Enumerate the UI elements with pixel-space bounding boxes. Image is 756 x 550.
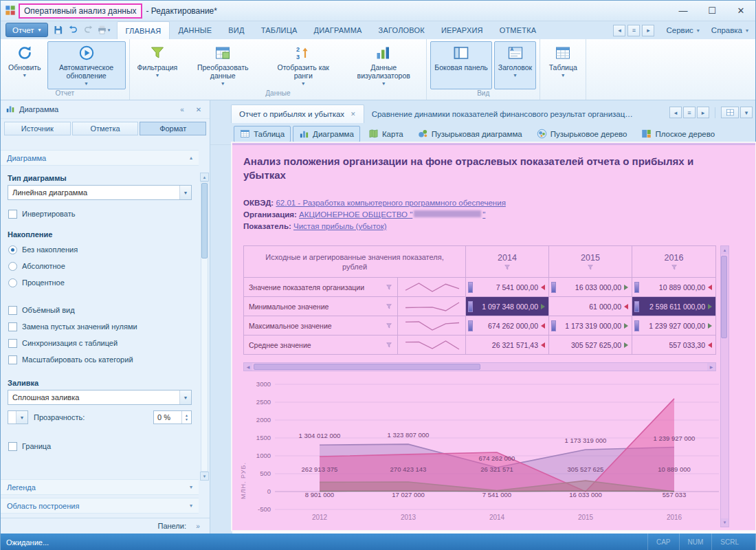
checkbox[interactable] <box>8 355 17 364</box>
ribbon-tab-7[interactable]: ОТМЕТКА <box>491 21 545 39</box>
button-refresh[interactable]: Обновить▼ <box>4 41 45 89</box>
fill-color-select[interactable]: ▼ <box>8 410 28 424</box>
filter-icon[interactable] <box>504 264 511 271</box>
sidebar-tab-отметка[interactable]: Отметка <box>72 122 139 135</box>
undo-button[interactable] <box>66 23 81 37</box>
sidebar-tab-источник[interactable]: Источник <box>4 122 71 135</box>
button-visualizer[interactable]: Данные визуализаторов▼ <box>344 41 423 89</box>
scroll-up-icon[interactable]: ▲ <box>721 246 729 254</box>
report-menu-button[interactable]: Отчет ▾ <box>5 23 48 37</box>
checkbox-invert[interactable]: Инвертировать <box>1 206 199 222</box>
filter-icon[interactable] <box>587 264 594 271</box>
scroll-left-icon[interactable]: ◀ <box>244 363 252 371</box>
scrollbar-thumb[interactable] <box>254 364 480 370</box>
section-plot-area[interactable]: Область построения ▾ <box>1 498 199 514</box>
ribbon-tab-0[interactable]: ГЛАВНАЯ <box>117 21 170 39</box>
okved-link[interactable]: 62.01 - Разработка компьютерного програм… <box>276 199 505 207</box>
organization-link[interactable]: АКЦИОНЕРНОЕ ОБЩЕСТВО "" <box>299 210 485 219</box>
checkbox[interactable] <box>8 306 17 315</box>
filter-icon[interactable] <box>386 303 392 310</box>
tab-scroll-left-button[interactable]: ◂ <box>669 107 682 118</box>
tab-scroll-right-button[interactable]: ▸ <box>697 107 709 118</box>
transparency-input[interactable]: 0 % ▲▼ <box>153 410 192 424</box>
ribbon-tab-5[interactable]: ЗАГОЛОВОК <box>370 21 433 39</box>
layout-button[interactable] <box>721 107 739 118</box>
radio[interactable] <box>8 262 17 271</box>
vertical-scrollbar[interactable]: ▲ ▼ <box>720 245 729 527</box>
view-button-0[interactable]: Таблица <box>234 126 291 142</box>
checkbox-border[interactable]: Граница <box>1 438 199 454</box>
tab-list-button[interactable]: ≡ <box>683 107 696 118</box>
checkbox[interactable] <box>8 442 17 451</box>
view-button-2[interactable]: Карта <box>362 126 410 142</box>
table-header-year-2014[interactable]: 2014 <box>466 246 549 278</box>
scrollbar-thumb[interactable] <box>721 256 727 338</box>
ribbon-tab-1[interactable]: ДАННЫЕ <box>170 21 220 39</box>
scrollbar-track[interactable] <box>201 182 208 472</box>
horizontal-scrollbar[interactable]: ◀ ▶ <box>243 362 716 371</box>
save-button[interactable] <box>51 23 66 37</box>
button-transform-table[interactable]: Преобразовать данные▼ <box>184 41 262 89</box>
help-menu[interactable]: Справка▾ <box>711 26 748 34</box>
radio[interactable] <box>8 245 17 254</box>
chart-type-select[interactable]: Линейная диаграмма ▼ <box>8 185 192 200</box>
close-button[interactable]: ✕ <box>726 1 755 21</box>
panels-expand-button[interactable]: » <box>192 520 204 531</box>
radio-accumulation-1[interactable]: Абсолютное <box>1 258 199 274</box>
nav-left-button[interactable]: ◂ <box>613 25 625 36</box>
button-funnel[interactable]: Фильтрация▼ <box>133 41 182 89</box>
filter-icon[interactable] <box>386 342 392 349</box>
ribbon-tab-2[interactable]: ВИД <box>220 21 252 39</box>
section-diagram[interactable]: Диаграмма ▴ <box>1 150 199 166</box>
scroll-down-icon[interactable]: ▼ <box>721 518 729 527</box>
spinner-arrows-icon[interactable]: ▲▼ <box>181 411 191 424</box>
filter-icon[interactable] <box>386 284 392 291</box>
button-ranks[interactable]: 23Отобразить как ранги▼ <box>264 41 342 89</box>
document-tab-0[interactable]: Отчет о прибылях и убытках✕ <box>231 104 364 123</box>
filter-icon[interactable] <box>386 322 392 329</box>
view-button-4[interactable]: Пузырьковое дерево <box>531 126 634 142</box>
service-menu[interactable]: Сервис▾ <box>666 26 699 34</box>
scrollbar-thumb[interactable] <box>201 183 208 258</box>
indicator-link[interactable]: Чистая прибыль (убыток) <box>293 222 387 230</box>
minimize-button[interactable]: — <box>669 1 698 21</box>
view-button-5[interactable]: Плоское дерево <box>635 126 721 142</box>
ribbon-tab-3[interactable]: ТАБЛИЦА <box>253 21 306 39</box>
view-button-1[interactable]: Диаграмма <box>293 126 360 142</box>
layout-dropdown-button[interactable]: ▾ <box>740 107 753 118</box>
ribbon-tab-6[interactable]: ИЕРАРХИЯ <box>433 21 491 39</box>
checkbox-option-0[interactable]: Объёмный вид <box>1 302 199 318</box>
scroll-down-icon[interactable]: ▼ <box>200 472 209 481</box>
sidebar-scrollbar[interactable]: ▲ ▼ <box>200 173 209 481</box>
checkbox-option-3[interactable]: Масштабировать ось категорий <box>1 351 199 368</box>
button-play-circle[interactable]: Автоматическое обновление▼ <box>47 41 126 89</box>
button-side-panel[interactable]: Боковая панель <box>430 41 492 89</box>
radio-accumulation-0[interactable]: Без накопления <box>1 241 199 258</box>
checkbox[interactable] <box>8 210 17 219</box>
collapse-panel-button[interactable]: « <box>176 104 188 115</box>
filter-icon[interactable] <box>671 264 678 271</box>
print-button[interactable]: ▾ <box>96 23 111 37</box>
sidebar-tab-формат[interactable]: Формат <box>140 122 206 135</box>
checkbox-option-2[interactable]: Синхронизация с таблицей <box>1 335 199 351</box>
document-tab-1[interactable]: Сравнение динамики показателей финансово… <box>364 104 642 123</box>
redo-button[interactable] <box>81 23 96 37</box>
nav-right-button[interactable]: ▸ <box>642 25 654 36</box>
table-header-year-2015[interactable]: 2015 <box>549 246 632 278</box>
button-table[interactable]: Таблица▼ <box>544 41 582 89</box>
button-header-text[interactable]: AЗаголовок▼ <box>494 41 536 89</box>
radio-accumulation-2[interactable]: Процентное <box>1 274 199 291</box>
section-legend[interactable]: Легенда ▾ <box>1 479 199 495</box>
scrollbar-track[interactable] <box>721 254 729 518</box>
ribbon-tab-4[interactable]: ДИАГРАММА <box>306 21 370 39</box>
close-icon[interactable]: ✕ <box>351 111 356 118</box>
checkbox-option-1[interactable]: Замена пустых значений нулями <box>1 318 199 335</box>
checkbox[interactable] <box>8 322 17 331</box>
checkbox[interactable] <box>8 339 17 348</box>
radio[interactable] <box>8 278 17 287</box>
close-panel-button[interactable]: ✕ <box>192 104 205 115</box>
maximize-button[interactable]: ☐ <box>698 1 726 21</box>
scroll-right-icon[interactable]: ▶ <box>707 363 715 371</box>
window-menu-button[interactable]: ≡ <box>627 25 640 36</box>
table-header-year-2016[interactable]: 2016 <box>632 246 716 278</box>
